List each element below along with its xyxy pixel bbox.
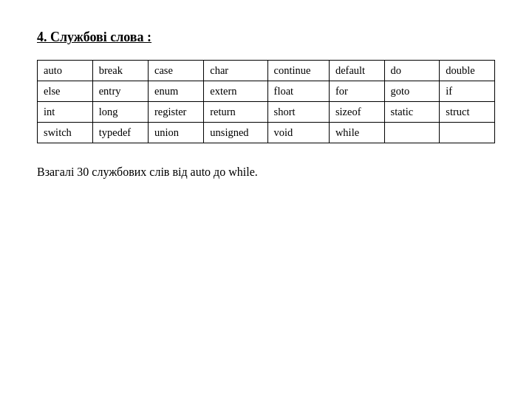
table-cell: goto	[384, 81, 440, 102]
table-row: autobreakcasecharcontinuedefaultdodouble	[38, 61, 495, 81]
table-cell: default	[329, 61, 384, 81]
table-cell: if	[440, 81, 495, 102]
table-cell: for	[329, 81, 384, 102]
table-cell: case	[148, 61, 203, 81]
table-cell: char	[204, 61, 267, 81]
summary-text: Взагалі 30 службових слів від auto до wh…	[37, 166, 495, 179]
table-cell: auto	[38, 61, 93, 81]
table-cell: do	[384, 61, 440, 81]
table-cell	[440, 123, 495, 143]
table-cell: else	[38, 81, 93, 102]
table-row: switchtypedefunionunsignedvoidwhile	[38, 123, 495, 143]
table-cell: double	[440, 61, 495, 81]
table-cell: switch	[38, 123, 93, 143]
table-cell: static	[384, 102, 440, 123]
table-cell: entry	[92, 81, 148, 102]
table-cell: return	[204, 102, 267, 123]
keywords-table: autobreakcasecharcontinuedefaultdodouble…	[37, 60, 495, 143]
table-cell: register	[148, 102, 203, 123]
table-cell: typedef	[92, 123, 148, 143]
section-title: 4. Службові слова :	[37, 30, 495, 45]
table-cell: unsigned	[204, 123, 267, 143]
page-container: 4. Службові слова : autobreakcasecharcon…	[0, 0, 532, 399]
table-cell: short	[267, 102, 329, 123]
table-cell: extern	[204, 81, 267, 102]
table-row: elseentryenumexternfloatforgotoif	[38, 81, 495, 102]
table-cell: break	[92, 61, 148, 81]
table-cell: while	[329, 123, 384, 143]
table-cell: enum	[148, 81, 203, 102]
table-cell: union	[148, 123, 203, 143]
table-cell: int	[38, 102, 93, 123]
table-cell: continue	[267, 61, 329, 81]
table-row: intlongregisterreturnshortsizeofstaticst…	[38, 102, 495, 123]
table-cell: struct	[440, 102, 495, 123]
table-cell: void	[267, 123, 329, 143]
table-cell: long	[92, 102, 148, 123]
table-cell: float	[267, 81, 329, 102]
table-cell: sizeof	[329, 102, 384, 123]
table-cell	[384, 123, 440, 143]
